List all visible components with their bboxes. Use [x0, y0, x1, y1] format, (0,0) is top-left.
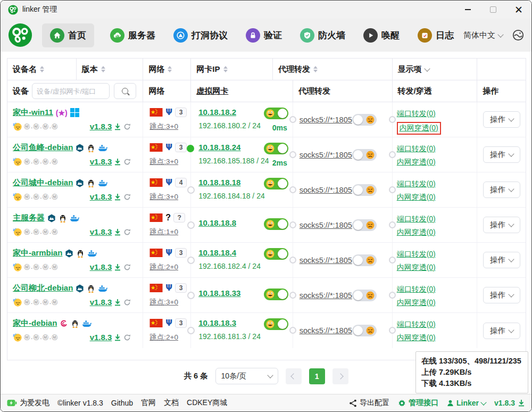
github-link[interactable]: Github — [111, 399, 133, 407]
next-page-button[interactable] — [332, 368, 348, 384]
export-config-button[interactable]: 导出配置 — [349, 398, 389, 408]
close-button[interactable]: ✕ — [506, 1, 531, 19]
proxy-toggle[interactable] — [352, 325, 377, 336]
download-icon[interactable] — [114, 263, 121, 271]
vnic-toggle[interactable] — [264, 318, 288, 330]
vnic-ip-link[interactable]: 10.18.18.8 — [198, 218, 236, 227]
page-size-select[interactable]: 10条/页 — [215, 368, 278, 384]
tunnel-link[interactable]: 内网穿透(0) — [397, 228, 436, 236]
proxy-link[interactable]: socks5://*:1805 — [300, 151, 352, 159]
proxy-toggle[interactable] — [352, 254, 377, 266]
device-name-link[interactable]: 公司鱼峰-debian — [13, 143, 73, 153]
tab-home[interactable]: 首页 — [42, 23, 94, 47]
tab-wake[interactable]: 唤醒 — [363, 28, 400, 43]
tunnel-link[interactable]: 内网穿透(0) — [397, 263, 436, 271]
port-forward-link[interactable]: 端口转发(0) — [397, 144, 436, 153]
search-input[interactable] — [32, 83, 110, 99]
refresh-icon[interactable] — [123, 123, 131, 130]
vnic-ip-link[interactable]: 10.18.18.18 — [198, 178, 240, 187]
version-link[interactable]: v1.8.3 — [90, 192, 112, 201]
actions-dropdown[interactable]: 操作 — [483, 323, 520, 339]
tab-firewall[interactable]: 防火墙 — [300, 28, 345, 43]
cdkey-store-link[interactable]: CDKEY商城 — [187, 398, 227, 408]
device-name-link[interactable]: 家中-armbian — [13, 248, 62, 258]
proxy-link[interactable]: socks5://*:1805 — [300, 256, 352, 265]
version-link[interactable]: v1.8.3 — [90, 227, 112, 236]
proxy-link[interactable]: socks5://*:1805 — [300, 186, 352, 194]
actions-dropdown[interactable]: 操作 — [483, 182, 520, 198]
actions-dropdown[interactable]: 操作 — [483, 252, 520, 268]
sort-header-proxy[interactable]: 代理转发 — [273, 59, 393, 80]
sort-header-version[interactable]: 版本 — [77, 59, 144, 80]
tunnel-link[interactable]: 内网穿透(0) — [397, 158, 436, 166]
tab-servers[interactable]: 服务器 — [110, 28, 155, 43]
prev-page-button[interactable] — [286, 368, 302, 384]
device-name-link[interactable]: 公司城中-debian — [13, 178, 73, 188]
actions-dropdown[interactable]: 操作 — [483, 287, 520, 303]
version-link[interactable]: v1.8.3 — [90, 262, 112, 271]
vnic-toggle[interactable] — [264, 218, 288, 230]
sort-header-device[interactable]: 设备名 — [7, 59, 77, 80]
port-forward-link[interactable]: 端口转发(0) — [397, 250, 436, 258]
hops-link[interactable]: 跳点:2+0 — [149, 333, 178, 342]
sort-header-nic-ip[interactable]: 网卡IP — [191, 59, 273, 80]
sort-icon[interactable] — [223, 66, 228, 72]
download-icon[interactable] — [114, 228, 121, 236]
app-version-update[interactable]: v1.8.3 — [494, 399, 525, 407]
display-items-dropdown[interactable]: 显示项 — [393, 59, 478, 80]
account-menu[interactable]: Linker — [447, 399, 486, 407]
hops-link[interactable]: 跳点:3+0 — [149, 157, 178, 167]
refresh-icon[interactable] — [123, 334, 131, 341]
vnic-ip-link[interactable]: 10.18.18.2 — [198, 108, 236, 117]
port-forward-link[interactable]: 端口转发(0) — [397, 179, 436, 188]
maximize-button[interactable] — [480, 1, 506, 19]
hops-link[interactable]: 跳点:3+0 — [149, 192, 178, 202]
refresh-icon[interactable] — [123, 299, 131, 306]
actions-dropdown[interactable]: 操作 — [483, 111, 520, 128]
download-icon[interactable] — [114, 123, 121, 130]
vnic-toggle[interactable] — [264, 289, 288, 300]
tunnel-link-highlighted[interactable]: 内网穿透(0) — [397, 122, 441, 135]
device-name-link[interactable]: 主服务器 — [13, 213, 45, 223]
version-link[interactable]: v1.8.3 — [90, 157, 112, 166]
actions-dropdown[interactable]: 操作 — [483, 146, 520, 163]
app-logo-icon-large[interactable] — [8, 23, 32, 47]
refresh-icon[interactable] — [123, 193, 131, 201]
port-forward-link[interactable]: 端口转发(0) — [397, 320, 436, 328]
version-link[interactable]: v1.8.3 — [90, 298, 112, 307]
vnic-toggle[interactable] — [264, 108, 288, 119]
proxy-toggle[interactable] — [352, 114, 377, 126]
minimize-button[interactable] — [455, 1, 480, 19]
filter-vnic-link[interactable]: 虚拟网卡 — [191, 80, 293, 102]
sort-icon[interactable] — [313, 66, 318, 72]
proxy-link[interactable]: socks5://*:1805 — [300, 221, 352, 229]
admin-api-button[interactable]: 管理接口 — [398, 398, 438, 408]
tunnel-link[interactable]: 内网穿透(0) — [397, 333, 436, 342]
tab-logs[interactable]: 日志 — [418, 28, 454, 43]
sort-header-network[interactable]: 网络 — [143, 59, 191, 80]
vnic-ip-link[interactable]: 10.18.18.24 — [198, 143, 240, 152]
device-name-link[interactable]: 公司柳北-debian — [13, 283, 73, 293]
sort-icon[interactable] — [168, 66, 172, 72]
tab-verify[interactable]: 验证 — [246, 28, 282, 43]
download-icon[interactable] — [114, 334, 121, 341]
theme-icon[interactable] — [512, 29, 524, 41]
proxy-link[interactable]: socks5://*:1805 — [300, 326, 352, 335]
refresh-icon[interactable] — [123, 263, 131, 271]
port-forward-link[interactable]: 端口转发(0) — [397, 215, 436, 223]
proxy-toggle[interactable] — [352, 219, 377, 231]
port-forward-link[interactable]: 端口转发(0) — [397, 109, 436, 118]
proxy-toggle[interactable] — [352, 149, 377, 161]
current-page-button[interactable]: 1 — [309, 368, 325, 384]
download-icon[interactable] — [114, 193, 121, 201]
proxy-link[interactable]: socks5://*:1805 — [300, 291, 352, 300]
download-icon[interactable] — [114, 158, 121, 166]
download-icon[interactable] — [114, 299, 121, 306]
hops-link[interactable]: 跳点:2+0 — [149, 262, 178, 272]
sort-icon[interactable] — [40, 66, 44, 72]
donate-item[interactable]: 为爱发电 — [7, 398, 49, 408]
vnic-ip-link[interactable]: 10.18.18.4 — [198, 248, 236, 257]
hops-link[interactable]: 跳点:3+0 — [149, 298, 178, 307]
vnic-toggle[interactable] — [264, 248, 288, 260]
version-link[interactable]: v1.8.3 — [90, 333, 112, 342]
